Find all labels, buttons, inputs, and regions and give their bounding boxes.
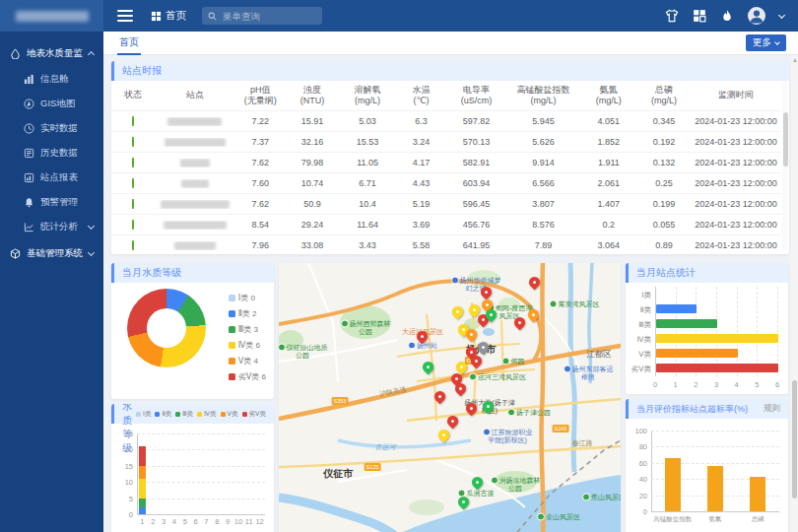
column-header: 监测时间 xyxy=(691,90,781,100)
sidebar-item-站点报表[interactable]: 站点报表 xyxy=(0,166,103,190)
stacked-bar-segment[interactable] xyxy=(139,499,146,508)
stacked-bar-segment[interactable] xyxy=(139,507,146,514)
vbar[interactable] xyxy=(665,458,681,511)
stacked-bar-segment[interactable] xyxy=(139,466,146,479)
sidebar-item-GIS地图[interactable]: GIS地图 xyxy=(0,92,103,116)
column-header: 溶解氧(mg/L) xyxy=(339,85,396,107)
fullscreen-flame-icon[interactable] xyxy=(720,9,734,23)
legend-label: Ⅱ类 xyxy=(162,410,171,419)
sidebar-group-0[interactable]: 地表水质量监测系统 xyxy=(0,39,103,67)
legend-item[interactable]: Ⅳ类 xyxy=(197,410,217,419)
value-cell: 570.13 xyxy=(446,137,506,147)
theme-skin-icon[interactable] xyxy=(665,9,679,23)
station-stats-chart[interactable]: 0123456Ⅰ类Ⅱ类Ⅲ类Ⅳ类Ⅴ类劣Ⅴ类 xyxy=(626,283,788,394)
sidebar-item-信息舱[interactable]: 信息舱 xyxy=(0,67,103,92)
legend-item[interactable]: Ⅴ类 xyxy=(221,410,238,419)
app-window: 首页 xyxy=(0,0,798,532)
value-cell: 8.576 xyxy=(506,220,580,230)
y-tick-label: 100 xyxy=(626,427,647,435)
rules-link[interactable]: 规则 xyxy=(764,403,780,415)
table-scrollbar[interactable] xyxy=(782,81,788,250)
sidebar-collapse-icon[interactable] xyxy=(117,10,133,22)
legend-item[interactable]: Ⅰ类 xyxy=(136,410,151,419)
status-dot-green xyxy=(132,240,134,250)
annual-grade-chart[interactable]: 0510152025123456789101112 xyxy=(111,424,274,532)
legend-item[interactable]: Ⅴ类 4 xyxy=(229,356,266,366)
sidebar-item-历史数据[interactable]: 历史数据 xyxy=(0,141,103,166)
x-tick-label: 0 xyxy=(649,380,661,389)
status-cell xyxy=(111,199,155,209)
sidebar-item-实时数据[interactable]: 实时数据 xyxy=(0,116,103,141)
tab-home[interactable]: 首页 xyxy=(117,32,141,55)
table-scrollbar-thumb[interactable] xyxy=(783,112,788,166)
stations-map[interactable]: 扬州市仪征市江都区扬州西郊森林公园仪征捺山地质公园蜀冈-瘦西湖风景区茱萸湾风景区… xyxy=(279,263,621,532)
sidebar-item-预警管理[interactable]: 预警管理 xyxy=(0,190,103,215)
table-row[interactable]: 8.5429.2411.643.69456.768.5760.20.055202… xyxy=(111,214,781,234)
station-name-redacted xyxy=(165,138,226,147)
legend-item[interactable]: Ⅱ类 2 xyxy=(229,308,266,319)
vbar[interactable] xyxy=(750,477,765,511)
hbar[interactable] xyxy=(656,364,778,372)
table-row[interactable]: 7.6279.9811.054.17582.919.9141.9110.1322… xyxy=(111,152,781,172)
table-row[interactable]: 7.6010.746.714.43603.946.5662.0610.25202… xyxy=(111,172,781,193)
legend-item[interactable]: Ⅱ类 xyxy=(155,410,171,419)
road-shield: S125 xyxy=(365,463,381,471)
bars-icon xyxy=(24,74,34,85)
category-label: Ⅲ类 xyxy=(626,320,651,330)
value-cell: 33.08 xyxy=(286,240,339,250)
exceed-rate-chart[interactable]: 020406080100 高锰酸盐指数 氨氮 总磷 xyxy=(626,419,788,532)
legend-item[interactable]: Ⅳ类 6 xyxy=(229,340,266,351)
user-menu-chevron-icon[interactable] xyxy=(778,11,785,18)
legend-item[interactable]: Ⅲ类 3 xyxy=(229,324,266,335)
status-dot-green xyxy=(132,158,134,167)
hbar[interactable] xyxy=(656,349,738,358)
panel-title-station-report: 站点时报 xyxy=(111,61,789,81)
table-row[interactable]: 7.6250.910.45.19596.453.8071.4070.199202… xyxy=(111,193,781,214)
vbar[interactable] xyxy=(707,466,723,511)
hbar[interactable] xyxy=(656,334,778,343)
legend-swatch xyxy=(229,342,235,349)
hbar[interactable] xyxy=(656,319,717,328)
sidebar-item-label: 预警管理 xyxy=(40,196,94,209)
status-cell xyxy=(111,240,155,250)
table-row[interactable]: 7.3732.1615.533.24570.135.6261.8520.1922… xyxy=(111,131,781,152)
page-scrollbar[interactable] xyxy=(791,55,798,532)
sidebar-item-统计分析[interactable]: 统计分析 xyxy=(0,215,103,239)
stacked-bar-segment[interactable] xyxy=(139,446,146,466)
tab-home-label: 首页 xyxy=(119,35,139,49)
value-cell: 0.199 xyxy=(637,199,691,209)
value-cell: 2024-01-23 12:00:00 xyxy=(691,137,781,147)
legend-item[interactable]: Ⅲ类 xyxy=(175,410,193,419)
hbar[interactable] xyxy=(656,304,697,313)
search-icon xyxy=(208,12,217,21)
column-header: 状态 xyxy=(111,90,155,100)
page-scrollbar-thumb[interactable] xyxy=(792,380,797,499)
sidebar-item-label: 站点报表 xyxy=(40,171,94,184)
menu-search-input[interactable] xyxy=(221,10,316,23)
value-cell: 3.43 xyxy=(339,240,396,250)
legend-item[interactable]: 劣Ⅴ类 xyxy=(242,410,266,419)
panel-title-station-stats: 当月站点统计 xyxy=(626,263,788,283)
station-name-cell xyxy=(155,159,235,167)
menu-search-box[interactable] xyxy=(202,7,322,25)
sidebar-group-1[interactable]: 基础管理系统 xyxy=(0,239,103,267)
legend-label: Ⅳ类 6 xyxy=(238,340,260,351)
layout-size-icon[interactable] xyxy=(693,9,706,23)
legend-swatch xyxy=(136,412,141,417)
stacked-bar-segment[interactable] xyxy=(139,479,146,499)
more-button[interactable]: 更多 xyxy=(746,34,786,51)
legend-swatch xyxy=(229,295,235,301)
user-avatar[interactable] xyxy=(748,7,765,25)
y-tick-label: 0 xyxy=(111,510,133,519)
value-cell: 5.626 xyxy=(506,137,580,147)
table-row[interactable]: 7.2215.915.036.3597.825.9454.0510.345202… xyxy=(111,110,781,131)
legend-item[interactable]: Ⅰ类 0 xyxy=(229,293,266,303)
legend-item[interactable]: 劣Ⅴ类 6 xyxy=(229,371,266,382)
scrollbar-up-arrow[interactable] xyxy=(793,58,797,62)
value-cell: 10.4 xyxy=(339,199,396,209)
column-header: 浊度(NTU) xyxy=(286,85,339,107)
header-home-button[interactable]: 首页 xyxy=(151,9,186,23)
sidebar-item-label: 历史数据 xyxy=(40,147,94,160)
grade-donut-chart[interactable] xyxy=(127,289,206,367)
table-row[interactable]: 7.9633.083.435.58641.957.893.0640.892024… xyxy=(111,234,781,254)
